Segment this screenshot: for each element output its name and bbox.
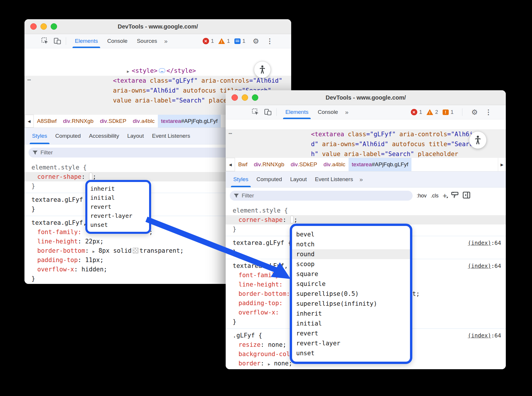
tab-sources[interactable]: Sources <box>132 34 162 48</box>
error-icon[interactable]: ✕ <box>411 109 417 115</box>
breadcrumb-item[interactable]: div.RNNXgb <box>60 115 97 128</box>
transparent-color-swatch[interactable] <box>133 248 138 253</box>
tab-styles[interactable]: Styles <box>229 172 252 187</box>
device-toolbar-icon[interactable] <box>53 37 62 45</box>
suggestion-item[interactable]: inherit <box>292 309 410 319</box>
suggestion-item[interactable]: revert-layer <box>292 338 410 348</box>
new-style-rule-icon[interactable]: + <box>443 193 447 199</box>
suggestion-item[interactable]: initial <box>87 193 149 202</box>
tab-event-listeners[interactable]: Event Listeners <box>148 128 194 144</box>
suggestion-item[interactable]: inherit <box>87 184 149 193</box>
suggestion-item[interactable]: superellipse(0.5) <box>292 289 410 299</box>
filter-placeholder: Filter <box>242 192 254 199</box>
expand-arrow-icon[interactable]: ▶ <box>127 69 129 74</box>
dom-gutter-dots-icon[interactable]: ⋯ <box>27 76 31 83</box>
suggestion-item[interactable]: revert <box>292 328 410 338</box>
tab-accessibility[interactable]: Accessibility <box>85 128 123 144</box>
warning-count: 1 <box>227 38 230 44</box>
tab-elements[interactable]: Elements <box>70 34 102 48</box>
tab-console[interactable]: Console <box>102 34 132 48</box>
tab-elements[interactable]: Elements <box>281 105 313 119</box>
breadcrumb-item[interactable]: div.a4blc <box>130 115 158 128</box>
suggestion-item[interactable]: square <box>292 269 410 279</box>
issue-count: 1 <box>451 109 454 115</box>
tab-computed[interactable]: Computed <box>252 172 286 187</box>
inspect-icon[interactable] <box>251 108 260 116</box>
suggestion-item[interactable]: revert-layer <box>87 211 149 220</box>
corner-shape-suggestion-popup: bevel notch round scoop square squircle … <box>290 224 412 364</box>
dom-line-style[interactable]: ▶<style>…</style> <box>24 56 291 66</box>
tab-styles[interactable]: Styles <box>28 128 51 144</box>
breadcrumb-item[interactable]: div.SDkEP <box>287 158 320 171</box>
expand-arrow-icon[interactable]: ▶ <box>268 362 270 366</box>
issues-icon[interactable]: ! <box>443 109 449 115</box>
filter-input[interactable]: Filter <box>29 148 258 158</box>
warning-icon[interactable]: ! <box>427 109 433 115</box>
tab-console[interactable]: Console <box>313 105 343 119</box>
warning-icon[interactable]: ! <box>218 38 225 44</box>
error-icon[interactable]: ✕ <box>203 38 209 44</box>
declaration-margin[interactable]: margin: ▶ 0; <box>226 368 506 369</box>
breadcrumb-item-selected[interactable]: textarea#APjFqb.gLFyf <box>349 158 411 171</box>
more-tabs-icon[interactable]: » <box>343 109 350 116</box>
device-toolbar-icon[interactable] <box>264 108 272 116</box>
suggestion-item[interactable]: revert <box>87 202 149 211</box>
tab-event-listeners[interactable]: Event Listeners <box>311 172 357 187</box>
more-tabs-icon[interactable]: » <box>162 38 169 45</box>
suggestion-item-highlighted[interactable]: round <box>292 249 410 259</box>
error-count: 1 <box>419 109 422 115</box>
inspect-icon[interactable] <box>41 37 50 45</box>
breadcrumb-item[interactable]: div.a4blc <box>320 158 349 171</box>
dom-gutter-dots-icon[interactable]: ⋯ <box>229 130 232 137</box>
breadcrumb-back-icon[interactable]: ◀ <box>226 158 235 171</box>
suggestion-item[interactable]: squircle <box>292 279 410 289</box>
source-link[interactable]: (index):64 <box>468 331 501 340</box>
accessibility-icon[interactable] <box>469 131 487 149</box>
sidebar-toggle-icon[interactable] <box>463 192 470 200</box>
toolbar-divider <box>66 37 66 45</box>
kebab-menu-icon[interactable]: ⋮ <box>264 37 275 45</box>
accessibility-icon[interactable] <box>254 61 271 78</box>
kebab-menu-icon[interactable]: ⋮ <box>483 108 494 116</box>
suggestion-item[interactable]: scoop <box>292 259 410 269</box>
breadcrumb-item[interactable]: div.RNNXgb <box>251 158 288 171</box>
suggestion-item[interactable]: notch <box>292 239 410 249</box>
tab-layout[interactable]: Layout <box>123 128 148 144</box>
suggestion-item[interactable]: superellipse(infinity) <box>292 299 410 309</box>
more-tabs-icon[interactable]: » <box>357 176 365 183</box>
settings-gear-icon[interactable]: ⚙ <box>250 37 262 45</box>
rendering-emulation-icon[interactable] <box>451 192 459 200</box>
dom-line-selector-tail[interactable]: sMize,input.dSsQLd,blur.jiSw2f >flex <box>24 48 291 56</box>
breadcrumb-item[interactable]: Bwf <box>235 158 251 171</box>
source-link[interactable]: (index):64 <box>468 238 501 248</box>
tab-computed[interactable]: Computed <box>51 128 85 144</box>
source-link[interactable]: (index):64 <box>468 261 501 271</box>
toggle-class-button[interactable]: .cls <box>431 193 439 199</box>
breadcrumb-back-icon[interactable]: ◀ <box>24 115 34 128</box>
filter-placeholder: Filter <box>40 149 53 156</box>
titlebar: DevTools - www.google.com/ <box>226 90 506 105</box>
breadcrumb-item[interactable]: div.SDkEP <box>97 115 130 128</box>
settings-gear-icon[interactable]: ⚙ <box>469 108 481 116</box>
toolbar-divider <box>462 108 462 116</box>
toggle-hover-state-button[interactable]: :hov <box>417 193 427 199</box>
suggestion-item[interactable]: initial <box>292 319 410 328</box>
dom-tree: <div jsname="vdLsw" class="YacQv"></div>… <box>226 119 506 158</box>
tab-layout[interactable]: Layout <box>286 172 311 187</box>
expand-arrow-icon[interactable]: ▶ <box>93 249 95 254</box>
toolbar-divider <box>276 108 277 116</box>
declaration-corner-shape[interactable]: corner-shape: ; <box>226 215 506 224</box>
breadcrumb-forward-icon[interactable]: ▶ <box>498 158 506 171</box>
filter-input[interactable]: Filter <box>230 191 413 201</box>
suggestion-item[interactable]: unset <box>292 348 410 358</box>
console-message-icon[interactable] <box>234 38 241 44</box>
dom-line-div[interactable]: <div jsname="vdLsw" class="YacQv"></div> <box>226 119 506 129</box>
text-caret <box>89 173 92 180</box>
suggestion-item[interactable]: bevel <box>292 229 410 239</box>
inline-expand-icon[interactable]: … <box>159 68 165 73</box>
devtools-window-front: DevTools - www.google.com/ Elements Cons… <box>226 90 506 369</box>
breadcrumb-item[interactable]: A8SBwf <box>34 115 60 128</box>
suggestion-item[interactable]: unset <box>87 220 149 229</box>
breadcrumb-item-selected[interactable]: textarea#APjFqb.gLFyf <box>158 115 221 128</box>
dom-line-textarea[interactable]: ⋯ <textarea class="gLFyf" aria-controls=… <box>226 129 506 159</box>
